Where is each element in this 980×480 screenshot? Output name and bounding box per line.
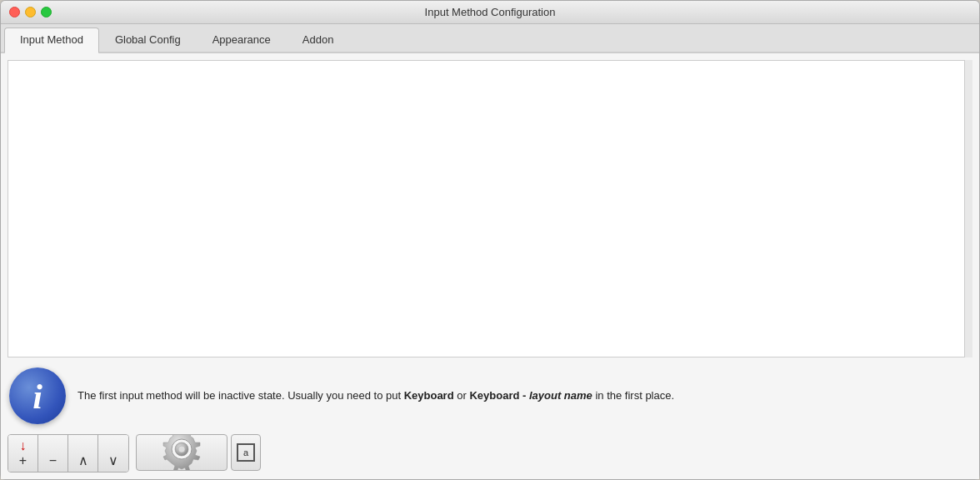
move-up-button[interactable]: ∧	[68, 435, 98, 472]
configure-icon: a	[237, 443, 255, 462]
info-message: The first input method will be inactive …	[78, 388, 674, 404]
scrollbar[interactable]	[964, 60, 972, 358]
content-area: i The first input method will be inactiv…	[1, 53, 979, 479]
info-icon: i	[9, 368, 66, 424]
toolbar-button-group: ↓ + − ∧ ∨	[8, 434, 129, 472]
window-controls	[9, 7, 52, 18]
svg-point-2	[178, 446, 185, 452]
titlebar: Input Method Configuration	[1, 1, 979, 24]
down-arrow-icon: ↓	[20, 438, 27, 453]
remove-button[interactable]: −	[38, 435, 68, 472]
tab-addon[interactable]: Addon	[287, 28, 350, 52]
gear-icon	[148, 434, 215, 471]
settings-gear-button[interactable]	[136, 434, 228, 471]
close-button[interactable]	[9, 7, 20, 18]
tab-appearance[interactable]: Appearance	[197, 28, 287, 52]
minimize-button[interactable]	[25, 7, 36, 18]
main-window: Input Method Configuration Input Method …	[0, 0, 980, 480]
move-down-button[interactable]: ∨	[98, 435, 128, 472]
info-section: i The first input method will be inactiv…	[1, 358, 979, 434]
tab-bar: Input Method Global Config Appearance Ad…	[1, 24, 979, 53]
toolbar: ↓ + − ∧ ∨	[1, 434, 979, 479]
maximize-button[interactable]	[41, 7, 52, 18]
tab-input-method[interactable]: Input Method	[4, 28, 99, 53]
tab-global-config[interactable]: Global Config	[99, 28, 197, 52]
add-button[interactable]: ↓ +	[8, 435, 38, 472]
window-title: Input Method Configuration	[425, 6, 556, 18]
input-method-list[interactable]	[8, 60, 972, 358]
configure-button[interactable]: a	[231, 434, 261, 471]
